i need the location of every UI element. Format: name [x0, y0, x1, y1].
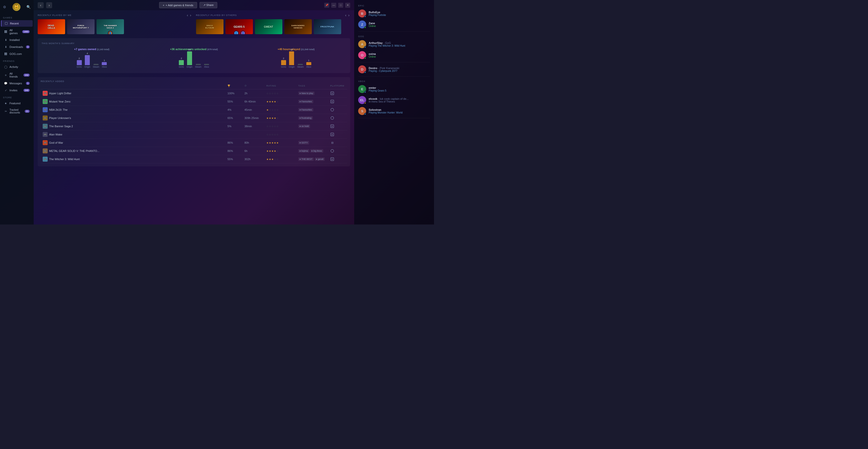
game-thumb-disco[interactable]: DISCOELYSIUM	[196, 19, 223, 34]
table-row[interactable]: 🎮 Mutant Year Zero: 55% 6h 40min ★★★★☆ ♦…	[41, 97, 347, 106]
friend-item[interactable]: D Destro - Piotr Karwowski Playing - Cyb…	[354, 64, 434, 75]
friend-item[interactable]: Z Zane Online	[354, 19, 434, 30]
table-row[interactable]: 🎮 God of War 86% 80h ★★★★★ ♦GOTY ⊟	[41, 139, 347, 147]
sidebar-item-gog[interactable]: GOG.com	[1, 51, 33, 57]
game-thumb-banner2[interactable]: THE BANNERSAGA 2 👤	[96, 19, 124, 34]
search-icon[interactable]: 🔍	[26, 5, 31, 9]
game-thumb-gwen[interactable]: GWENT	[255, 19, 282, 34]
game-tag: ♦Favourites	[298, 108, 313, 112]
sidebar-section-friends: FRIENDS	[0, 57, 34, 63]
sidebar-item-installed[interactable]: ⬇ Installed	[1, 37, 33, 43]
col-rating: RATING	[267, 85, 296, 87]
recently-others-nav: ‹ ›	[344, 13, 350, 17]
avatar[interactable]: 🐱	[12, 3, 21, 11]
rating-stars: ★★★★★	[267, 142, 296, 144]
game-thumb-dead-cells[interactable]: DEADCELLS	[38, 19, 65, 34]
friend-item[interactable]: A ArthurSlay - GoG Playing The Witcher 3…	[354, 39, 434, 50]
messages-badge: 1	[26, 82, 30, 85]
svg-text:G: G	[332, 125, 333, 127]
game-thumb-frostpunk[interactable]: FROSTPUNK	[314, 19, 341, 34]
settings-icon[interactable]: ⚙	[3, 5, 6, 9]
star-3: ★	[271, 117, 274, 119]
minimize-button[interactable]: —	[331, 3, 336, 8]
sidebar-item-tracked[interactable]: ✂ Tracked discounts 21	[1, 107, 33, 116]
table-row[interactable]: 🎮 Player Unknown's 65% 309h 25min ★★★★☆ …	[41, 114, 347, 122]
recently-added-header: RECENTLY ADDED	[41, 80, 347, 83]
table-row[interactable]: 🎮 Hyper Light Drifter 100% 2h ☆☆☆☆☆ ♦New…	[41, 89, 347, 97]
friend-item[interactable]: O oxina Online	[354, 50, 434, 61]
star-2: ☆	[269, 125, 271, 128]
table-row[interactable]: 🎮 NBA 2k19: The 4% 45min ★☆☆☆☆ ♦Favourit…	[41, 106, 347, 114]
prev-button[interactable]: ‹	[186, 13, 189, 17]
sidebar-item-all-games[interactable]: All games 1493	[1, 27, 33, 36]
back-button[interactable]: ‹	[38, 2, 44, 8]
sidebar-item-recent[interactable]: Recent	[1, 20, 33, 27]
installed-icon: ⬇	[4, 38, 7, 42]
table-row[interactable]: 🎮 METAL GEAR SOLID V: THE PHANTO... 86% …	[41, 147, 347, 155]
sidebar-item-all-friends[interactable]: ≡ All friends 152	[1, 70, 33, 80]
friend-name: emter	[369, 86, 430, 89]
platform-icon: G	[330, 91, 334, 95]
friend-item[interactable]: EL elcook - luk cook captain of de... In…	[354, 94, 434, 106]
close-button[interactable]: ✕	[345, 3, 350, 8]
sidebar-item-featured[interactable]: ★ Featured	[1, 100, 33, 107]
tag-icon: ♦	[300, 158, 301, 160]
star-5: ☆	[276, 150, 279, 152]
time-played: 2h	[244, 92, 265, 95]
recently-added-section: RECENTLY ADDED 🏆 ⏱ RATING TAGS PLATFORM …	[38, 77, 350, 167]
rating-stars: ★☆☆☆☆	[267, 109, 296, 111]
invites-icon: ✓	[4, 89, 7, 92]
bar-steam: Steam	[93, 63, 99, 68]
star-5: ☆	[276, 133, 279, 136]
bar-origin-bar	[85, 55, 90, 65]
next-button[interactable]: ›	[347, 13, 350, 17]
tags-cell: ♦New to play	[298, 92, 328, 95]
time-played: 6h 40min	[244, 100, 265, 103]
star-4: ★	[274, 117, 276, 119]
add-games-friends-button[interactable]: + + Add games & friends	[159, 2, 197, 8]
friend-item[interactable]: S Solostran Playing Monster Hunter: Worl…	[354, 106, 434, 117]
game-thumb-forza[interactable]: FORZAMOTORSPORT 7	[67, 19, 95, 34]
completion-pct: 55%	[227, 100, 243, 103]
sidebar-item-downloads[interactable]: ⬇ Downloads 3	[1, 44, 33, 50]
maximize-button[interactable]: □	[338, 3, 343, 8]
completion-pct: 100%	[227, 92, 243, 95]
table-row[interactable]: 🎮 Alan Wake ☆☆☆☆☆ G	[41, 130, 347, 139]
monthly-summary: THIS MONTH'S SUMMARY +7 games owned (2,1…	[38, 38, 350, 73]
star-3: ☆	[271, 133, 274, 136]
game-icon: 🎮	[43, 132, 48, 137]
friend-name: Solostran	[369, 108, 430, 111]
game-thumb-gears[interactable]: GEARS 5 👤 👤	[225, 19, 253, 34]
forward-button[interactable]: ›	[46, 2, 52, 8]
prev-button[interactable]: ‹	[344, 13, 347, 17]
game-icon: 🎮	[43, 140, 48, 145]
rating-stars: ★★★☆☆	[267, 158, 296, 161]
sidebar-section-store: STORE	[0, 94, 34, 100]
next-button[interactable]: ›	[189, 13, 192, 17]
star-2: ★	[269, 142, 271, 144]
table-row[interactable]: 🎮 The Banner Saga 2 5% 38min ☆☆☆☆☆ ♦on h…	[41, 122, 347, 130]
game-icon: 🎮	[43, 99, 48, 104]
sidebar-item-label: All friends	[9, 72, 22, 78]
pin-button[interactable]: 📌	[324, 3, 329, 8]
star-5: ★	[276, 142, 279, 144]
friend-avatar: Z	[358, 21, 366, 28]
friend-item[interactable]: B BullsEye Playing Fortnite	[354, 8, 434, 19]
bar-gog-bar	[281, 60, 286, 65]
game-thumb-darksiders[interactable]: DARKSIDERSGENESIS	[284, 19, 312, 34]
section-divider	[358, 62, 430, 62]
right-section-label: GOG	[354, 33, 434, 39]
table-row[interactable]: 🎮 The Witcher 3: Wild Hunt 55% 302h ★★★☆…	[41, 155, 347, 163]
friend-avatar: O	[358, 51, 366, 59]
tags-cell: ♦kojima♦big Boss	[298, 149, 328, 153]
sidebar-item-messages[interactable]: 💬 Messages 1	[1, 80, 33, 87]
sidebar-item-activity[interactable]: ◯ Activity	[1, 64, 33, 70]
friend-name: Zane	[369, 22, 430, 25]
friend-item[interactable]: E emter Playing Gears 5	[354, 84, 434, 94]
share-button[interactable]: ↗ Share	[199, 2, 217, 8]
sidebar-item-invites[interactable]: ✓ Invites 240	[1, 87, 33, 94]
bar-origin-bar	[289, 51, 294, 65]
star-5: ☆	[276, 125, 279, 128]
sidebar-item-label: Invites	[9, 89, 22, 92]
activity-icon: ◯	[4, 65, 7, 69]
